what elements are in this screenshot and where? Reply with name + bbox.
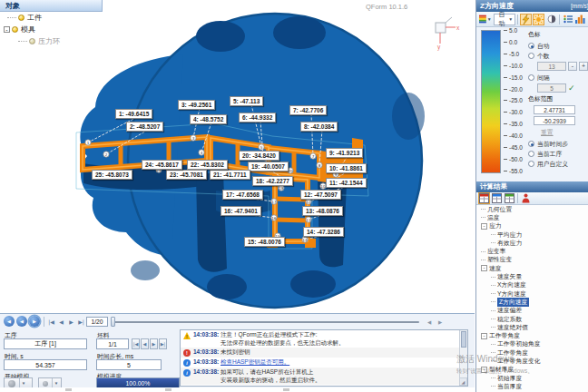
time-step-input[interactable] [96, 359, 162, 370]
probe-value-label[interactable]: 4: -48.5752 [190, 114, 227, 124]
collapse-icon[interactable]: - [481, 223, 487, 230]
increment-button[interactable]: + [579, 62, 588, 71]
visibility-bulb-icon[interactable] [29, 38, 35, 44]
range-min-input[interactable] [534, 116, 575, 125]
prev-operation-button[interactable]: ◀ [4, 316, 15, 327]
fields-tree-item[interactable]: 应变率 [476, 247, 588, 255]
blank-last-button[interactable]: ▶| [159, 338, 167, 349]
tracked-points-button[interactable] [520, 192, 532, 204]
fields-tree-item[interactable]: 工作带初始角度 [476, 340, 588, 348]
timeline-slider-handle[interactable] [111, 317, 115, 327]
colorbar-style-button[interactable]: ▼ [478, 14, 493, 25]
probe-value-label[interactable]: 11: -42.1544 [326, 178, 367, 188]
log-link[interactable]: 检查HASP密钥是否可用。 [220, 358, 289, 365]
fields-tree-item[interactable]: 工作带角度 [476, 348, 588, 357]
collapse-icon[interactable]: - [4, 26, 10, 33]
legend-list-button[interactable] [562, 14, 573, 25]
probe-value-label[interactable]: 21: -41.7711 [210, 170, 250, 180]
step-back-button[interactable]: ◀ [57, 317, 65, 327]
scope-user-defined-radio[interactable]: 用户自定义 [528, 159, 588, 169]
probe-value-label[interactable]: 17: -47.6568 [222, 190, 263, 200]
frame-counter-input[interactable] [86, 317, 108, 327]
apply-check-icon[interactable]: ✓ [568, 83, 575, 93]
blank-next-button[interactable]: ▶ [150, 338, 158, 349]
lightning-icon-button[interactable] [520, 14, 532, 25]
fields-tree-item[interactable]: 有效应力 [476, 239, 588, 247]
visibility-bulb-icon[interactable] [18, 15, 24, 21]
collapse-icon[interactable]: - [481, 367, 487, 373]
collapse-icon[interactable]: - [481, 265, 487, 271]
prev-record-button[interactable]: ◀ [16, 316, 27, 327]
probe-value-label[interactable]: 15: -48.0076 [244, 237, 285, 247]
colorbar-mode-count-radio[interactable]: 个数 [528, 51, 588, 61]
timeline-slider-track[interactable] [113, 321, 419, 323]
reset-link[interactable]: 重置 [541, 128, 554, 137]
probe-value-label[interactable]: 19: -40.0507 [248, 162, 289, 172]
fields-tree-item[interactable]: Z方向速度 [476, 298, 588, 306]
scope-current-operation-radio[interactable]: 当前工序 [528, 149, 588, 159]
scale-mode-dropdown[interactable]: 自动 ▼ [494, 14, 515, 25]
probe-value-label[interactable]: 10: -41.8861 [326, 163, 367, 173]
fields-tree-item[interactable]: 工作带角度变化 [476, 357, 588, 365]
probe-value-label[interactable]: 12: -47.5097 [300, 190, 341, 200]
probe-value-label[interactable]: 9: -41.9213 [326, 148, 363, 158]
fields-tree-item[interactable]: -工作带角度 [476, 331, 588, 339]
range-max-input[interactable] [534, 105, 575, 114]
fields-tree-item[interactable]: -速度 [476, 264, 588, 272]
probe-value-label[interactable]: 24: -45.8617 [142, 160, 182, 170]
fields-tree-item[interactable]: -型材厚度 [476, 366, 588, 374]
probe-value-label[interactable]: 22: -45.8302 [187, 160, 228, 170]
fields-tree-item[interactable]: 当前厚度 [476, 382, 588, 390]
fields-tree-item[interactable]: 平均应力 [476, 230, 588, 239]
scalar-fields-button[interactable] [478, 192, 490, 204]
probe-value-label[interactable]: 6: -44.9332 [239, 113, 276, 122]
fields-tree-item[interactable]: 温度 [476, 213, 588, 221]
probe-value-label[interactable]: 7: -42.7706 [289, 105, 327, 115]
colorbar-mode-interval-radio[interactable]: 间隔 [528, 73, 588, 83]
blank-first-button[interactable]: |◀ [132, 338, 140, 349]
blank-prev-button[interactable]: ◀ [141, 338, 149, 349]
fields-tree-item[interactable]: X方向速度 [476, 281, 588, 289]
probe-value-label[interactable]: 16: -47.9401 [220, 206, 261, 216]
fields-tree-item[interactable]: 初始厚度 [476, 374, 588, 382]
next-record-button[interactable]: ▶ [29, 316, 40, 327]
fields-tree-item[interactable]: 速度绝对值 [476, 323, 588, 331]
contrast-icon-button[interactable] [545, 14, 557, 25]
fields-tree-item[interactable]: 速度矢量 [476, 272, 588, 280]
probe-value-label[interactable]: 18: -42.2277 [252, 176, 293, 186]
last-frame-button[interactable]: ▶| [77, 317, 85, 327]
tree-item-pressure-ring[interactable]: 压力环 [0, 35, 103, 47]
probe-value-label[interactable]: 3: -49.2561 [178, 100, 215, 110]
step-forward-button[interactable]: ▶ [67, 317, 75, 327]
colorbar-mode-auto-radio[interactable]: 自动 [528, 41, 588, 51]
tree-item-die[interactable]: - 模具 [0, 24, 103, 35]
probe-value-label[interactable]: 23: -45.7081 [166, 170, 207, 180]
probe-value-label[interactable]: 8: -42.0384 [300, 122, 338, 132]
probe-value-label[interactable]: 20: -34.8420 [239, 151, 279, 161]
viewport-3d[interactable]: 1234567891011121314151617181920212223242… [0, 0, 475, 313]
operation-input[interactable] [4, 338, 87, 349]
fields-tree-item[interactable]: 速度偏差 [476, 307, 588, 315]
time-input[interactable] [4, 359, 87, 370]
scope-current-step-radio[interactable]: 当前时间步 [528, 139, 588, 149]
collapse-icon[interactable]: - [481, 333, 487, 339]
fields-tree-item[interactable]: Y方向速度 [476, 289, 588, 298]
probe-value-label[interactable]: 14: -47.3286 [303, 227, 344, 237]
histogram-button[interactable] [574, 14, 586, 25]
log-resize-corner[interactable]: ◢ [459, 377, 467, 386]
interval-input[interactable] [537, 83, 566, 93]
fields-tree-item[interactable]: 塑性应变 [476, 256, 588, 264]
probe-value-label[interactable]: 25: -45.8073 [92, 170, 132, 180]
first-frame-button[interactable]: |◀ [47, 317, 55, 327]
visibility-bulb-icon[interactable] [12, 26, 18, 33]
table-fields-button[interactable] [504, 192, 515, 204]
scrollbar-thumb[interactable] [461, 331, 466, 348]
blank-counter-input[interactable] [96, 338, 129, 349]
fields-tree-item[interactable]: -应力 [476, 222, 588, 230]
probe-value-label[interactable]: 5: -47.113 [230, 96, 263, 106]
slider-step-back-button[interactable]: ◀ [425, 318, 434, 326]
vector-fields-button[interactable] [491, 192, 503, 204]
probe-value-label[interactable]: 2: -48.5207 [126, 122, 163, 132]
probe-value-label[interactable]: 13: -48.0876 [302, 206, 343, 216]
slider-step-forward-button[interactable]: ▶ [436, 318, 445, 326]
